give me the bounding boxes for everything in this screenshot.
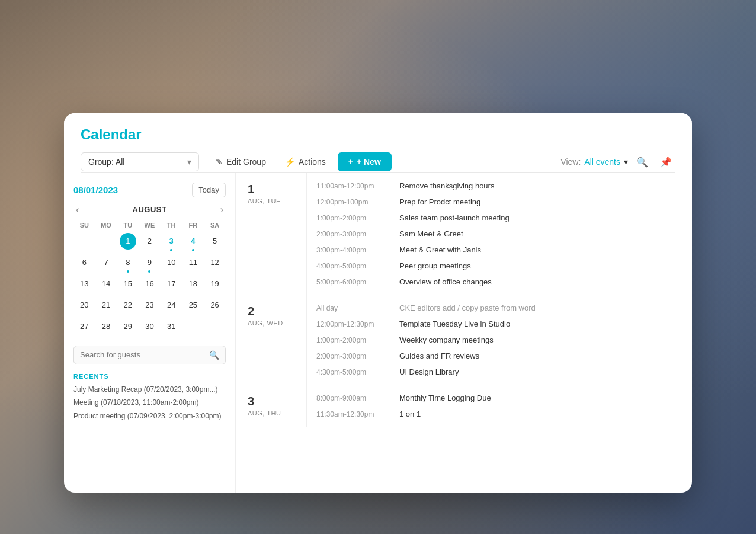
cal-day-header: WE [139,220,161,231]
event-row[interactable]: 4:30pm-5:00pmUI Design Library [307,364,692,380]
cal-day-cell [204,316,226,337]
group-select[interactable]: Group: All ▾ [81,152,199,171]
prev-month-button[interactable]: ‹ [73,204,81,215]
next-month-button[interactable]: › [218,204,226,215]
recent-item[interactable]: Product meeting (07/09/2023, 2:00pm-3:00… [73,411,226,421]
event-name: 1 on 1 [399,410,683,418]
event-row[interactable]: 4:00pm-5:00pmPeer group meetings [307,258,692,274]
event-time: 1:00pm-2:00pm [316,213,387,222]
cal-day-cell[interactable]: 12 [204,252,226,273]
group-select-label: Group: All [88,157,124,167]
event-row[interactable]: 11:30am-12:30pm1 on 1 [307,406,692,422]
day-info: AUG, TUE [248,197,281,204]
cal-day-cell[interactable]: 11 [182,252,204,273]
cal-day-cell[interactable]: 16 [139,273,161,295]
mini-cal-header: ‹ AUGUST › [73,204,226,215]
cal-day-cell[interactable]: 18 [182,273,204,295]
event-row[interactable]: 2:00pm-3:00pmSam Meet & Greet [307,226,692,242]
event-row[interactable]: 12:00pm-12:30pmTemplate Tuesday Live in … [307,316,692,332]
edit-group-button[interactable]: ✎ Edit Group [206,152,276,173]
cal-day-cell[interactable]: 17 [161,273,182,295]
today-button[interactable]: Today [192,183,226,197]
event-name: Monthly Time Logging Due [399,394,683,402]
event-time: 1:00pm-2:00pm [316,335,387,344]
event-day-block: 3AUG, THU8:00pm-9:00amMonthly Time Loggi… [236,385,692,427]
event-day-block: 2AUG, WEDAll dayCKE editors add / copy p… [236,295,692,385]
cal-day-cell[interactable]: 23 [139,295,161,316]
cal-day-cell[interactable]: 1 [117,231,139,252]
cal-day-cell[interactable]: 21 [95,295,117,316]
event-row[interactable]: 1:00pm-2:00pmWeekky company meetings [307,332,692,348]
cal-day-cell[interactable]: 3 [161,231,182,252]
cal-day-cell[interactable]: 26 [204,295,226,316]
cal-day-cell[interactable]: 29 [117,316,139,337]
event-row[interactable]: 2:00pm-3:00pmGuides and FR reviews [307,348,692,364]
pin-button[interactable]: 📌 [656,152,675,171]
event-time: 11:00am-12:00pm [316,181,387,190]
cal-day-cell[interactable]: 14 [95,273,117,295]
search-guests-input[interactable] [80,350,209,359]
cal-day-cell[interactable]: 20 [73,295,95,316]
search-icon: 🔍 [209,350,219,360]
cal-day-cell[interactable]: 9 [139,252,161,273]
cal-day-cell[interactable]: 13 [73,273,95,295]
cal-day-header: MO [95,220,117,231]
card-body: 08/01/2023 Today ‹ AUGUST › SUMOTUWETHFR… [64,173,692,493]
cal-day-cell [73,231,95,252]
event-row[interactable]: 12:00pm-100pmPrep for Prodct meeting [307,194,692,210]
pin-icon: 📌 [660,156,672,168]
chevron-down-icon: ▾ [624,157,628,167]
recents-title: RECENTS [73,373,226,380]
view-select[interactable]: View: All events ▾ [560,157,628,167]
event-time: 5:00pm-6:00pm [316,277,387,286]
recent-item[interactable]: Meeting (07/18/2023, 11:00am-2:00pm) [73,398,226,408]
cal-day-header: SU [73,220,95,231]
event-row[interactable]: 8:00pm-9:00amMonthly Time Logging Due [307,390,692,406]
event-list: All dayCKE editors add / copy paste from… [307,295,692,385]
cal-day-cell[interactable]: 19 [204,273,226,295]
event-list: 11:00am-12:00pmRemove thanksgiving hours… [307,173,692,295]
new-button[interactable]: + + New [338,152,392,171]
day-info: AUG, THU [248,410,281,417]
chevron-down-icon: ▾ [187,157,191,167]
event-list: 8:00pm-9:00amMonthly Time Logging Due11:… [307,385,692,427]
cal-day-cell[interactable]: 24 [161,295,182,316]
cal-day-cell[interactable]: 15 [117,273,139,295]
month-name: AUGUST [133,205,167,214]
cal-day-cell[interactable]: 22 [117,295,139,316]
cal-day-cell[interactable]: 2 [139,231,161,252]
day-number: 3 [248,395,297,408]
current-date-label: 08/01/2023 [73,185,118,195]
recents-list: July Marketing Recap (07/20/2023, 3:00pm… [73,385,226,421]
cal-day-cell[interactable]: 6 [73,252,95,273]
plus-icon: + [348,157,353,167]
event-name: Remove thanksgiving hours [399,181,683,190]
event-row[interactable]: 5:00pm-6:00pmOverview of office changes [307,274,692,290]
event-row[interactable]: 11:00am-12:00pmRemove thanksgiving hours [307,178,692,194]
event-time: 2:00pm-3:00pm [316,229,387,238]
cal-day-cell[interactable]: 27 [73,316,95,337]
cal-day-cell[interactable]: 31 [161,316,182,337]
event-time: All day [316,303,387,312]
cal-day-cell[interactable]: 10 [161,252,182,273]
day-number: 1 [248,183,297,196]
event-row[interactable]: 1:00pm-2:00pmSales team post-launch meet… [307,210,692,226]
event-row[interactable]: 3:00pm-4:00pmMeet & Greet with Janis [307,242,692,258]
cal-day-cell[interactable]: 30 [139,316,161,337]
cal-day-cell[interactable]: 25 [182,295,204,316]
cal-day-cell [95,231,117,252]
app-title: Calendar [81,126,675,143]
cal-day-cell[interactable]: 28 [95,316,117,337]
cal-day-cell[interactable]: 8 [117,252,139,273]
mini-calendar: ‹ AUGUST › SUMOTUWETHFRSA 12345678910111… [73,204,226,337]
event-name: Overview of office changes [399,277,683,286]
cal-day-cell[interactable]: 4 [182,231,204,252]
recent-item[interactable]: July Marketing Recap (07/20/2023, 3:00pm… [73,385,226,395]
event-name: Meet & Greet with Janis [399,245,683,254]
actions-button[interactable]: ⚡ Actions [276,152,335,173]
search-button[interactable]: 🔍 [633,152,652,171]
event-row[interactable]: All dayCKE editors add / copy paste from… [307,300,692,316]
cal-day-cell[interactable]: 7 [95,252,117,273]
event-name: Weekky company meetings [399,335,683,344]
cal-day-cell[interactable]: 5 [204,231,226,252]
